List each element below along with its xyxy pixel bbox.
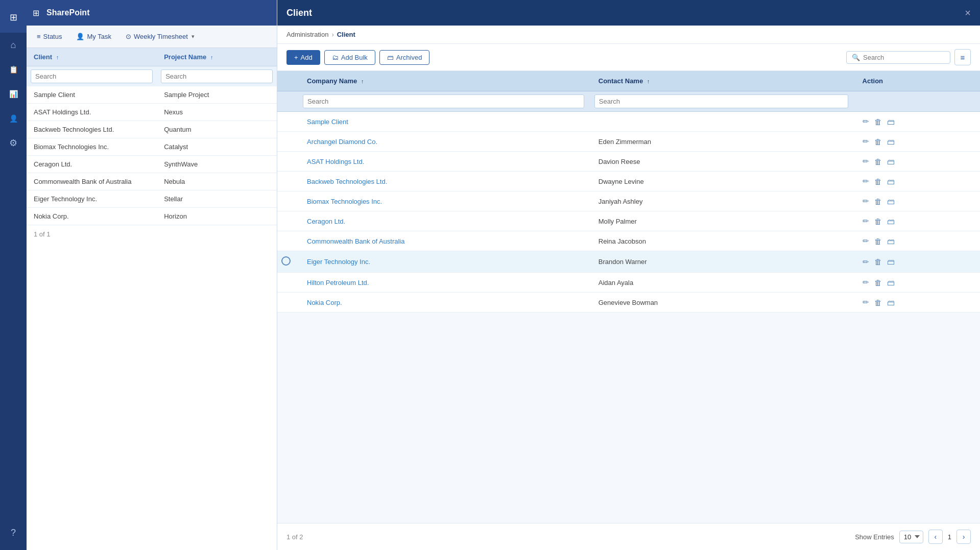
table-row[interactable]: ASAT Holdings Ltd. Nexus	[27, 104, 277, 121]
archive-icon[interactable]: 🗃	[887, 257, 895, 266]
table-row[interactable]: Eiger Technology Inc. Stellar	[27, 190, 277, 208]
settings-icon[interactable]: ⚙	[4, 134, 22, 152]
company-cell: Nokia Corp.	[298, 293, 589, 313]
company-link[interactable]: Biomax Technologies Inc.	[307, 198, 382, 205]
delete-icon[interactable]: 🗑	[874, 117, 882, 126]
modal-contact-search[interactable]	[594, 94, 848, 108]
people-icon[interactable]: 👤	[4, 109, 22, 128]
left-col-project[interactable]: Project Name ↑	[157, 48, 277, 66]
archive-icon[interactable]: 🗃	[887, 177, 895, 186]
add-plus-icon: +	[294, 54, 298, 61]
archive-icon[interactable]: 🗃	[887, 298, 895, 307]
radio-indicator[interactable]	[281, 256, 291, 266]
delete-icon[interactable]: 🗑	[874, 257, 882, 266]
col-action: Action	[853, 71, 980, 91]
edit-icon[interactable]: ✏	[863, 257, 869, 267]
company-link[interactable]: Ceragon Ltd.	[307, 218, 345, 225]
left-col-client[interactable]: Client ↑	[27, 48, 157, 66]
left-search-row	[27, 66, 277, 87]
prev-page-button[interactable]: ‹	[928, 530, 943, 544]
delete-icon[interactable]: 🗑	[874, 197, 882, 206]
client-cell: Nokia Corp.	[27, 208, 157, 225]
current-page: 1	[946, 533, 953, 541]
table-row[interactable]: Commonwealth Bank of Australia Nebula	[27, 173, 277, 190]
archived-button[interactable]: 🗃 Archived	[379, 50, 430, 65]
edit-icon[interactable]: ✏	[863, 117, 869, 126]
table-row[interactable]: Hilton Petroleum Ltd. Aidan Ayala ✏ 🗑 🗃	[277, 273, 980, 293]
breadcrumb-parent[interactable]: Administration	[286, 31, 328, 38]
modal-pagination-info: 1 of 2	[286, 533, 303, 541]
table-row[interactable]: Archangel Diamond Co. Eden Zimmerman ✏ 🗑…	[277, 132, 980, 152]
contact-cell: Molly Palmer	[589, 211, 853, 231]
help-icon[interactable]: ?	[4, 523, 22, 542]
tab-weekly-timesheet[interactable]: ⊙ Weekly Timesheet ▾	[119, 30, 201, 43]
company-link[interactable]: Eiger Technology Inc.	[307, 258, 370, 266]
table-row[interactable]: ASAT Holdings Ltd. Davion Reese ✏ 🗑 🗃	[277, 152, 980, 172]
home-icon[interactable]: ⌂	[4, 36, 22, 54]
company-link[interactable]: Backweb Technologies Ltd.	[307, 178, 387, 185]
table-row[interactable]: Commonwealth Bank of Australia Reina Jac…	[277, 231, 980, 251]
chart-icon[interactable]: 📊	[4, 85, 22, 103]
edit-icon[interactable]: ✏	[863, 157, 869, 166]
edit-icon[interactable]: ✏	[863, 137, 869, 146]
edit-icon[interactable]: ✏	[863, 278, 869, 287]
edit-icon[interactable]: ✏	[863, 217, 869, 226]
table-row[interactable]: Eiger Technology Inc. Brandon Warner ✏ 🗑…	[277, 251, 980, 273]
delete-icon[interactable]: 🗑	[874, 157, 882, 166]
table-row[interactable]: Nokia Corp. Horizon	[27, 208, 277, 225]
company-cell: Eiger Technology Inc.	[298, 251, 589, 273]
filter-button[interactable]: ≡	[954, 49, 971, 65]
delete-icon[interactable]: 🗑	[874, 137, 882, 146]
table-row[interactable]: Biomax Technologies Inc. Janiyah Ashley …	[277, 192, 980, 211]
table-row[interactable]: Backweb Technologies Ltd. Dwayne Levine …	[277, 172, 980, 192]
archive-icon[interactable]: 🗃	[887, 217, 895, 226]
grid-icon[interactable]: ⊞	[4, 8, 22, 27]
entries-select[interactable]: 10 25 50	[899, 531, 923, 543]
left-client-search[interactable]	[31, 69, 153, 83]
archive-icon[interactable]: 🗃	[887, 278, 895, 287]
col-contact-name[interactable]: Contact Name ↑	[589, 71, 853, 91]
table-row[interactable]: Sample Client ✏ 🗑 🗃	[277, 112, 980, 132]
edit-icon[interactable]: ✏	[863, 197, 869, 206]
modal-search-input[interactable]	[863, 54, 945, 61]
company-link[interactable]: Archangel Diamond Co.	[307, 138, 377, 146]
next-page-button[interactable]: ›	[957, 530, 971, 544]
tab-my-task[interactable]: 👤 My Task	[70, 30, 117, 43]
delete-icon[interactable]: 🗑	[874, 217, 882, 226]
table-row[interactable]: Sample Client Sample Project	[27, 86, 277, 104]
table-row[interactable]: Backweb Technologies Ltd. Quantum	[27, 121, 277, 138]
edit-icon[interactable]: ✏	[863, 177, 869, 186]
modal-close-button[interactable]: ×	[965, 7, 971, 19]
table-row[interactable]: Ceragon Ltd. SynthWave	[27, 156, 277, 173]
archive-icon[interactable]: 🗃	[887, 137, 895, 146]
company-link[interactable]: ASAT Holdings Ltd.	[307, 158, 364, 165]
col-radio	[277, 71, 298, 91]
delete-icon[interactable]: 🗑	[874, 177, 882, 186]
delete-icon[interactable]: 🗑	[874, 237, 882, 246]
archive-icon[interactable]: 🗃	[887, 237, 895, 246]
archive-icon[interactable]: 🗃	[887, 157, 895, 166]
modal-company-search[interactable]	[303, 94, 584, 108]
col-company-name[interactable]: Company Name ↑	[298, 71, 589, 91]
left-project-search[interactable]	[161, 69, 273, 83]
company-link[interactable]: Hilton Petroleum Ltd.	[307, 279, 369, 286]
contact-cell: Eden Zimmerman	[589, 132, 853, 152]
contact-cell: Dwayne Levine	[589, 172, 853, 192]
tab-status[interactable]: ≡ Status	[31, 30, 68, 43]
table-row[interactable]: Biomax Technologies Inc. Catalyst	[27, 138, 277, 156]
delete-icon[interactable]: 🗑	[874, 298, 882, 307]
table-row[interactable]: Nokia Corp. Genevieve Bowman ✏ 🗑 🗃	[277, 293, 980, 313]
archive-icon[interactable]: 🗃	[887, 117, 895, 126]
edit-icon[interactable]: ✏	[863, 298, 869, 307]
delete-icon[interactable]: 🗑	[874, 278, 882, 287]
action-cell: ✏ 🗑 🗃	[853, 251, 980, 273]
add-button[interactable]: + Add	[286, 50, 320, 65]
add-bulk-button[interactable]: 🗂 Add Bulk	[324, 50, 375, 65]
edit-icon[interactable]: ✏	[863, 236, 869, 246]
company-link[interactable]: Sample Client	[307, 118, 348, 126]
table-row[interactable]: Ceragon Ltd. Molly Palmer ✏ 🗑 🗃	[277, 211, 980, 231]
archive-icon[interactable]: 🗃	[887, 197, 895, 206]
company-link[interactable]: Commonwealth Bank of Australia	[307, 237, 404, 245]
document-icon[interactable]: 📋	[4, 60, 22, 79]
company-link[interactable]: Nokia Corp.	[307, 299, 342, 306]
